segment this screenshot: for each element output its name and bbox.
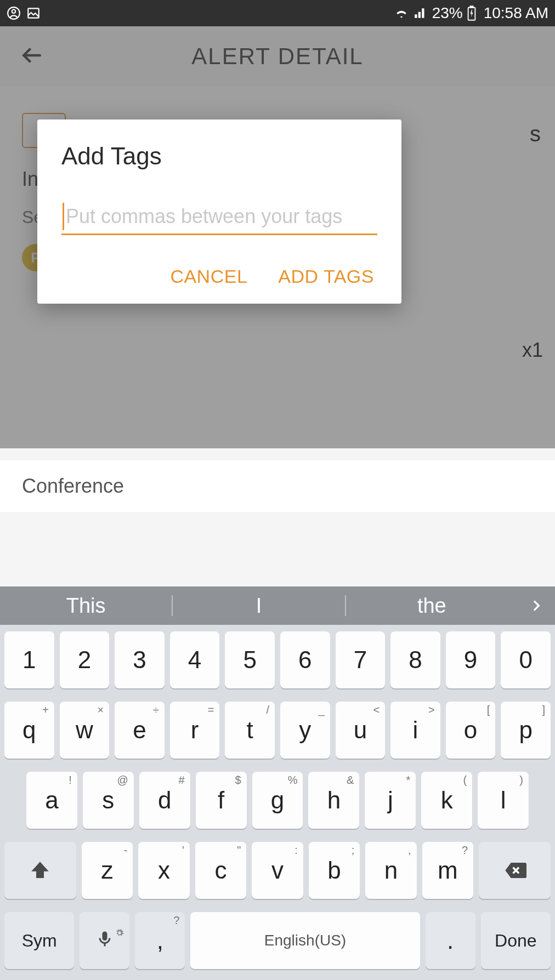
battery-percent: 23%: [432, 4, 463, 22]
mic-icon: [95, 927, 115, 954]
clock-text: 10:58 AM: [484, 4, 548, 22]
suggestion-expand-icon[interactable]: [518, 599, 555, 613]
key-f[interactable]: $f: [196, 772, 247, 829]
key-r[interactable]: =r: [170, 702, 220, 759]
key-z[interactable]: -z: [82, 842, 133, 899]
conference-label: Conference: [0, 460, 555, 512]
key-n[interactable]: ,n: [365, 842, 416, 899]
cancel-button[interactable]: CANCEL: [170, 266, 247, 287]
image-icon: [26, 6, 41, 20]
key-h[interactable]: &h: [308, 772, 359, 829]
key-4[interactable]: 4: [170, 631, 220, 688]
side-text-s: s: [530, 122, 541, 146]
key-k[interactable]: (k: [421, 772, 472, 829]
dialog-title: Add Tags: [61, 143, 377, 170]
shift-key[interactable]: [4, 842, 76, 899]
key-b[interactable]: ;b: [309, 842, 360, 899]
key-w[interactable]: ×w: [60, 702, 110, 759]
period-key[interactable]: .: [426, 912, 475, 969]
key-m[interactable]: ?m: [422, 842, 473, 899]
svg-rect-4: [470, 6, 473, 8]
svg-point-1: [12, 10, 16, 14]
key-i[interactable]: >i: [390, 702, 440, 759]
section-divider: [0, 448, 555, 460]
key-d[interactable]: #d: [139, 772, 190, 829]
key-j[interactable]: *j: [365, 772, 416, 829]
voice-input-key[interactable]: [80, 912, 129, 969]
key-a[interactable]: !a: [26, 772, 77, 829]
add-tags-dialog: Add Tags CANCEL ADD TAGS: [37, 119, 401, 304]
comma-key[interactable]: ?,: [135, 912, 185, 969]
suggestion-2[interactable]: I: [173, 594, 344, 618]
soft-keyboard: This I the 1 2 3 4 5 6 7 8 9 0 +q ×w ÷e …: [0, 586, 555, 980]
suggestion-bar: This I the: [0, 586, 555, 625]
space-key[interactable]: English(US): [190, 912, 420, 969]
key-p[interactable]: ]p: [501, 702, 551, 759]
key-6[interactable]: 6: [280, 631, 330, 688]
side-text-x1: x1: [522, 339, 543, 362]
key-5[interactable]: 5: [225, 631, 275, 688]
suggestion-1[interactable]: This: [0, 594, 172, 618]
key-s[interactable]: @s: [83, 772, 134, 829]
key-row-4: Sym ?, English(US) . Done: [0, 905, 555, 980]
key-o[interactable]: [o: [446, 702, 496, 759]
key-row-2: !a @s #d $f %g &h *j (k )l: [0, 765, 555, 835]
key-row-numbers: 1 2 3 4 5 6 7 8 9 0: [0, 625, 555, 695]
battery-charging-icon: [467, 5, 476, 21]
key-g[interactable]: %g: [252, 772, 303, 829]
key-9[interactable]: 9: [446, 631, 496, 688]
key-row-3: -z 'x "c :v ;b ,n ?m: [0, 835, 555, 905]
key-q[interactable]: +q: [4, 702, 54, 759]
key-1[interactable]: 1: [4, 631, 54, 688]
done-key[interactable]: Done: [481, 912, 551, 969]
status-bar: 23% 10:58 AM: [0, 0, 555, 26]
key-row-1: +q ×w ÷e =r /t _y <u >i [o ]p: [0, 695, 555, 765]
key-c[interactable]: "c: [195, 842, 246, 899]
key-7[interactable]: 7: [336, 631, 386, 688]
key-3[interactable]: 3: [115, 631, 165, 688]
gear-icon: [115, 915, 124, 943]
suggestion-3[interactable]: the: [346, 594, 518, 618]
add-tags-button[interactable]: ADD TAGS: [278, 266, 374, 287]
key-2[interactable]: 2: [60, 631, 110, 688]
key-8[interactable]: 8: [390, 631, 440, 688]
profile-icon: [7, 6, 21, 20]
tags-input[interactable]: [61, 202, 377, 231]
tags-input-wrap[interactable]: [61, 202, 377, 235]
key-y[interactable]: _y: [280, 702, 330, 759]
key-x[interactable]: 'x: [138, 842, 189, 899]
symbols-key[interactable]: Sym: [4, 912, 74, 969]
key-l[interactable]: )l: [478, 772, 529, 829]
backspace-key[interactable]: [479, 842, 551, 899]
wifi-icon: [394, 7, 409, 19]
key-u[interactable]: <u: [336, 702, 386, 759]
key-0[interactable]: 0: [501, 631, 551, 688]
text-cursor: [63, 203, 64, 230]
signal-icon: [414, 7, 428, 19]
key-e[interactable]: ÷e: [115, 702, 165, 759]
key-v[interactable]: :v: [252, 842, 303, 899]
key-t[interactable]: /t: [225, 702, 275, 759]
